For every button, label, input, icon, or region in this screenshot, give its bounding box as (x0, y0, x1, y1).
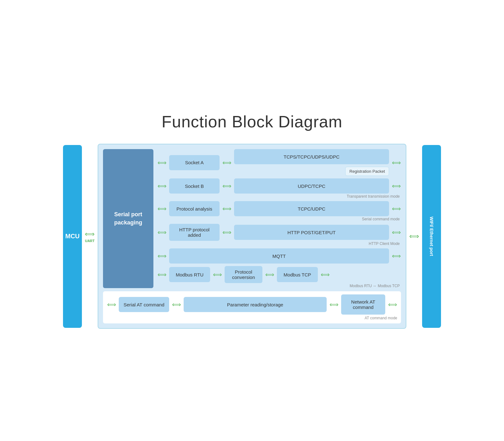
mcu-label: MCU (65, 233, 80, 240)
page-wrapper: Function Block Diagram MCU ⟺ UART Serial… (63, 112, 441, 329)
wifi-side-block: WIFI/ Ethernet port (422, 145, 441, 328)
arrow-protocol-left (158, 205, 167, 212)
socket-b-section: Socket B UDPC/TCPC Transparent transmiss… (157, 178, 401, 199)
arrow-protocol-mid (222, 205, 232, 212)
arrow-modbus-left (158, 271, 167, 278)
bottom-section: Serial AT command Parameter reading/stor… (103, 291, 401, 323)
serial-port-block: Serial port packaging (103, 149, 153, 288)
socket-b-block: Socket B (169, 178, 220, 194)
protocol-section: Protocol analysis TCPC/UDPC Serial comma… (157, 201, 401, 221)
arrow-socket-b-mid (222, 182, 232, 190)
arrow-socket-a-left (158, 159, 167, 166)
http-section: HTTP protocol added HTTP POST/GET/PUT HT… (157, 224, 401, 246)
main-container: Serial port packaging Socket A (98, 144, 406, 329)
proto-conv-block: Protocol conversion (225, 266, 262, 283)
arrow-at-left (107, 301, 116, 308)
modbus-section: Modbus RTU Protocol conversion Modbus TC… (157, 266, 401, 288)
bottom-row: Serial AT command Parameter reading/stor… (107, 294, 397, 315)
http-added-block: HTTP protocol added (169, 224, 220, 241)
mcu-arrow-area: ⟺ UART (82, 230, 98, 243)
mqtt-block: MQTT (169, 248, 389, 264)
modbus-row: Modbus RTU Protocol conversion Modbus TC… (157, 266, 401, 283)
arrow-mqtt-right (392, 252, 401, 260)
arrow-mqtt-left (158, 252, 167, 260)
arrow-at-mid1 (172, 301, 181, 308)
mcu-arrow-icon: ⟺ (85, 230, 95, 238)
http-row: HTTP protocol added HTTP POST/GET/PUT (157, 224, 401, 241)
param-storage-block: Parameter reading/storage (184, 297, 327, 312)
socket-a-block: Socket A (169, 155, 220, 170)
http-post-block: HTTP POST/GET/PUT (234, 225, 389, 240)
at-command-sub-label: AT command mode (107, 316, 397, 320)
udpc-tcpc-block: UDPC/TCPC (234, 178, 389, 194)
right-arrow-area: ⟺ (406, 232, 422, 241)
mqtt-section: MQTT (157, 248, 401, 264)
serial-at-block: Serial AT command (119, 297, 169, 312)
mcu-side-block: MCU (63, 145, 82, 328)
arrow-at-mid2 (329, 301, 339, 308)
arrow-at-right (388, 301, 397, 308)
arrow-protocol-right (392, 205, 401, 212)
http-client-sub-label: HTTP Client Mode (157, 241, 401, 246)
uart-label: UART (85, 239, 95, 243)
tcps-block: TCPS/TCPC/UDPS/UDPC (234, 149, 389, 164)
arrow-socket-b-left (158, 182, 167, 190)
serial-command-sub-label: Serial command mode (157, 217, 401, 221)
socket-a-row: Socket A TCPS/TCPC/UDPS/UDPC Registratio… (157, 149, 401, 176)
arrow-http-right (392, 229, 401, 236)
top-section: Serial port packaging Socket A (103, 149, 401, 288)
modbus-rtu-block: Modbus RTU (169, 267, 210, 282)
arrow-modbus-mid1 (213, 271, 222, 278)
socket-a-section: Socket A TCPS/TCPC/UDPS/UDPC Registratio… (157, 149, 401, 176)
wifi-arrow-icon: ⟺ (409, 232, 419, 241)
diagram-outer: MCU ⟺ UART Serial port packaging (63, 144, 441, 329)
page-title: Function Block Diagram (162, 112, 342, 131)
arrow-socket-a-mid (222, 159, 232, 166)
arrow-modbus-mid2 (265, 271, 274, 278)
registration-packet-block: Registration Packet (345, 167, 389, 176)
right-blocks: Socket A TCPS/TCPC/UDPS/UDPC Registratio… (157, 149, 401, 288)
modbus-sub-label: Modbus RTU ↔ Modbus TCP (157, 284, 401, 288)
transparent-sub-label: Transparent transmission mode (157, 194, 401, 199)
mqtt-row: MQTT (157, 248, 401, 264)
arrow-modbus-right (321, 271, 330, 278)
tcpc-udpc-block: TCPC/UDPC (234, 201, 389, 216)
protocol-analysis-block: Protocol analysis (169, 201, 220, 216)
arrow-http-mid (222, 229, 232, 236)
modbus-tcp-block: Modbus TCP (277, 267, 318, 282)
arrow-socket-a-right (392, 159, 401, 166)
wifi-label: WIFI/ Ethernet port (429, 217, 434, 256)
arrow-http-left (158, 229, 167, 236)
arrow-socket-b-right (392, 182, 401, 190)
protocol-row: Protocol analysis TCPC/UDPC (157, 201, 401, 216)
socket-b-row: Socket B UDPC/TCPC (157, 178, 401, 194)
network-at-block: Network AT command (341, 294, 385, 315)
